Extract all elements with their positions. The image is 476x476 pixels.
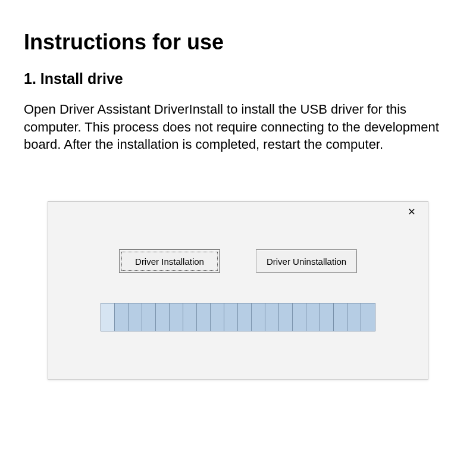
progress-segment [211, 303, 224, 331]
button-row: Driver Installation Driver Uninstallatio… [48, 249, 428, 273]
driver-install-window: × Driver Installation Driver Uninstallat… [48, 201, 428, 380]
progress-segment [334, 303, 347, 331]
driver-uninstall-button[interactable]: Driver Uninstallation [256, 249, 357, 273]
page-title: Instructions for use [24, 30, 452, 55]
progress-segment [293, 303, 306, 331]
progress-segment [115, 303, 129, 331]
driver-install-button[interactable]: Driver Installation [119, 249, 220, 273]
app-window-container: × Driver Installation Driver Uninstallat… [24, 201, 452, 380]
progress-segment [197, 303, 211, 331]
window-titlebar: × [48, 202, 428, 222]
progress-segment [279, 303, 293, 331]
close-icon[interactable]: × [403, 203, 421, 221]
progress-segment [252, 303, 265, 331]
progress-segment [129, 303, 142, 331]
progress-segment [170, 303, 183, 331]
progress-segment [361, 303, 375, 331]
progress-segment [224, 303, 238, 331]
progress-segment [347, 303, 361, 331]
progress-segment [101, 303, 115, 331]
progress-segment [306, 303, 320, 331]
progress-segment [183, 303, 197, 331]
progress-segment [142, 303, 156, 331]
step-body: Open Driver Assistant DriverInstall to i… [24, 101, 440, 154]
progress-segment [265, 303, 279, 331]
progress-segment [238, 303, 252, 331]
progress-segment [320, 303, 334, 331]
progress-area [48, 303, 428, 331]
step-heading: 1. Install drive [24, 70, 452, 87]
progress-segment [156, 303, 170, 331]
progress-bar [101, 303, 375, 331]
